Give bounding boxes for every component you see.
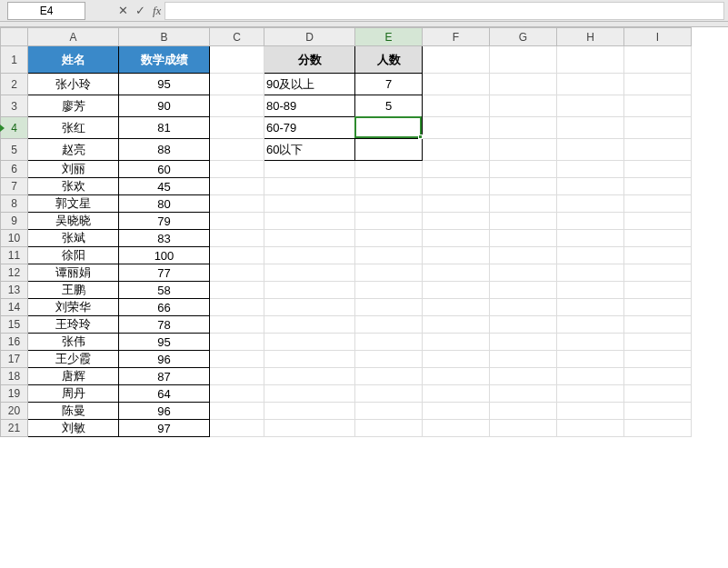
- col-head-G[interactable]: G: [490, 28, 557, 46]
- row-head-17[interactable]: 17: [1, 351, 28, 368]
- cell-E3[interactable]: 5: [355, 95, 423, 117]
- cell-I4[interactable]: [624, 117, 692, 139]
- cell-I9[interactable]: [624, 213, 692, 230]
- cell-B6[interactable]: 60: [119, 161, 210, 178]
- cell-I5[interactable]: [624, 139, 692, 161]
- fx-icon[interactable]: fx: [153, 4, 161, 18]
- row-head-19[interactable]: 19: [1, 385, 28, 403]
- col-head-C[interactable]: C: [210, 28, 264, 46]
- row-head-2[interactable]: 2: [1, 74, 28, 95]
- row-head-16[interactable]: 16: [1, 334, 28, 351]
- cell-A10[interactable]: 张斌: [28, 230, 119, 247]
- cell-E1[interactable]: 人数: [355, 46, 423, 74]
- row-head-21[interactable]: 21: [1, 420, 28, 437]
- cell-G17[interactable]: [490, 351, 557, 368]
- cell-G5[interactable]: [490, 139, 557, 161]
- cell-I6[interactable]: [624, 161, 692, 178]
- cell-C13[interactable]: [210, 282, 264, 299]
- cell-E21[interactable]: [355, 420, 423, 437]
- cell-C6[interactable]: [210, 161, 264, 178]
- col-head-E[interactable]: E: [355, 28, 423, 46]
- cell-I21[interactable]: [624, 420, 692, 437]
- cell-B19[interactable]: 64: [119, 385, 210, 403]
- cell-E14[interactable]: [355, 299, 423, 316]
- cell-F3[interactable]: [423, 95, 490, 117]
- cell-A3[interactable]: 廖芳: [28, 95, 119, 117]
- cell-E15[interactable]: [355, 316, 423, 334]
- col-head-D[interactable]: D: [264, 28, 355, 46]
- cell-H21[interactable]: [557, 420, 624, 437]
- cell-F18[interactable]: [423, 368, 490, 385]
- cell-E19[interactable]: [355, 385, 423, 403]
- cell-E9[interactable]: [355, 213, 423, 230]
- cell-C15[interactable]: [210, 316, 264, 334]
- cell-E12[interactable]: [355, 264, 423, 282]
- cell-G12[interactable]: [490, 264, 557, 282]
- cell-D14[interactable]: [264, 299, 355, 316]
- cell-I11[interactable]: [624, 247, 692, 264]
- cell-B13[interactable]: 58: [119, 282, 210, 299]
- cell-D1[interactable]: 分数: [264, 46, 355, 74]
- cell-B11[interactable]: 100: [119, 247, 210, 264]
- cell-D10[interactable]: [264, 230, 355, 247]
- cell-H3[interactable]: [557, 95, 624, 117]
- cell-I14[interactable]: [624, 299, 692, 316]
- cell-G19[interactable]: [490, 385, 557, 403]
- cell-F12[interactable]: [423, 264, 490, 282]
- col-head-I[interactable]: I: [624, 28, 692, 46]
- cell-E11[interactable]: [355, 247, 423, 264]
- cell-C3[interactable]: [210, 95, 264, 117]
- cell-H10[interactable]: [557, 230, 624, 247]
- row-head-8[interactable]: 8: [1, 195, 28, 213]
- cell-I7[interactable]: [624, 178, 692, 195]
- cell-C8[interactable]: [210, 195, 264, 213]
- cell-H14[interactable]: [557, 299, 624, 316]
- cell-G16[interactable]: [490, 334, 557, 351]
- cell-G1[interactable]: [490, 46, 557, 74]
- row-head-11[interactable]: 11: [1, 247, 28, 264]
- cell-A14[interactable]: 刘荣华: [28, 299, 119, 316]
- cell-I1[interactable]: [624, 46, 692, 74]
- cancel-icon[interactable]: ✕: [118, 4, 128, 17]
- confirm-icon[interactable]: ✓: [135, 4, 145, 17]
- cell-B17[interactable]: 96: [119, 351, 210, 368]
- cell-E13[interactable]: [355, 282, 423, 299]
- cell-I20[interactable]: [624, 403, 692, 420]
- cell-A18[interactable]: 唐辉: [28, 368, 119, 385]
- cell-C11[interactable]: [210, 247, 264, 264]
- cell-I18[interactable]: [624, 368, 692, 385]
- cell-H9[interactable]: [557, 213, 624, 230]
- cell-F20[interactable]: [423, 403, 490, 420]
- cell-C2[interactable]: [210, 74, 264, 95]
- cell-D7[interactable]: [264, 178, 355, 195]
- cell-H19[interactable]: [557, 385, 624, 403]
- name-box[interactable]: E4: [7, 2, 85, 20]
- cell-H12[interactable]: [557, 264, 624, 282]
- cell-I13[interactable]: [624, 282, 692, 299]
- cell-I16[interactable]: [624, 334, 692, 351]
- cell-B20[interactable]: 96: [119, 403, 210, 420]
- cell-F9[interactable]: [423, 213, 490, 230]
- cell-B8[interactable]: 80: [119, 195, 210, 213]
- cell-E18[interactable]: [355, 368, 423, 385]
- cell-D3[interactable]: 80-89: [264, 95, 355, 117]
- cell-A13[interactable]: 王鹏: [28, 282, 119, 299]
- cell-A4[interactable]: 张红: [28, 117, 119, 139]
- cell-E16[interactable]: [355, 334, 423, 351]
- cell-D8[interactable]: [264, 195, 355, 213]
- cell-F13[interactable]: [423, 282, 490, 299]
- cell-F17[interactable]: [423, 351, 490, 368]
- cell-H5[interactable]: [557, 139, 624, 161]
- cell-D6[interactable]: [264, 161, 355, 178]
- cell-D18[interactable]: [264, 368, 355, 385]
- cell-I10[interactable]: [624, 230, 692, 247]
- cell-A7[interactable]: 张欢: [28, 178, 119, 195]
- cell-G18[interactable]: [490, 368, 557, 385]
- cell-A20[interactable]: 陈曼: [28, 403, 119, 420]
- cell-D13[interactable]: [264, 282, 355, 299]
- cell-C18[interactable]: [210, 368, 264, 385]
- col-head-A[interactable]: A: [28, 28, 119, 46]
- cell-C10[interactable]: [210, 230, 264, 247]
- cell-G21[interactable]: [490, 420, 557, 437]
- cell-F21[interactable]: [423, 420, 490, 437]
